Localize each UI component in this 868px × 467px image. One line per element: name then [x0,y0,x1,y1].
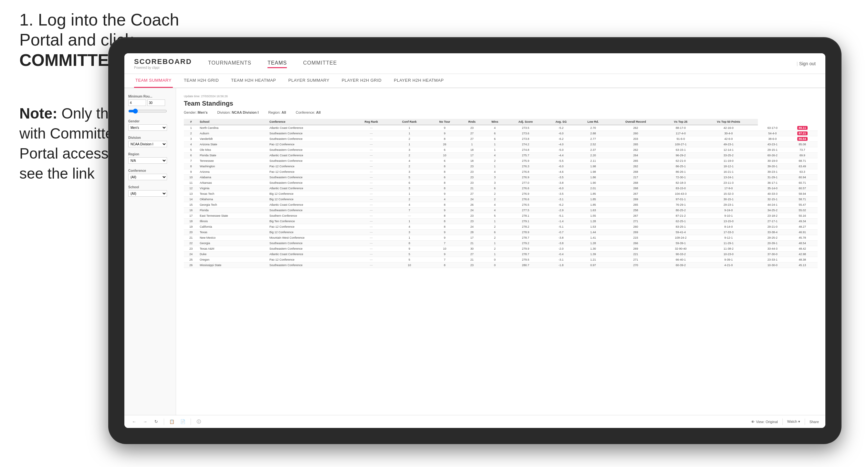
table-row[interactable]: 15Georgia TechAtlantic Coast Conference—… [184,202,817,208]
cell-6: 23 [460,175,484,180]
table-row[interactable]: 9ArizonaPac-12 Conference—38234276.8-4.6… [184,169,817,175]
cell-2: Pac-12 Conference [268,224,353,229]
cell-9: -3.5 [545,191,577,197]
cell-3: — [353,136,390,142]
sub-nav-player-h2h-heatmap[interactable]: PLAYER H2H HEATMAP [393,74,445,88]
cell-12: 82-18-3 [662,180,700,186]
cell-7: 1 [484,147,506,153]
cell-2: Southeastern Conference [268,136,353,142]
sign-out-link[interactable]: Sign out [797,61,816,66]
view-original-btn[interactable]: 👁 View: Original [751,420,778,424]
cell-3: — [353,213,390,219]
cell-13: 10-23-0 [700,252,758,257]
table-row[interactable]: 14OklahomaBig 12 Conference—24242276.6-3… [184,197,817,202]
cell-8: 276.9 [506,175,545,180]
min-rounds-input1[interactable] [128,99,146,106]
table-row[interactable]: 17East Tennessee StateSouthern Conferenc… [184,213,817,219]
conference-select[interactable]: (All) [128,174,167,180]
cell-6: 18 [460,147,484,153]
min-rounds-slider[interactable] [128,108,167,114]
school-select[interactable]: (All) [128,190,167,197]
table-row[interactable]: 7TennesseeSoutheastern Conference—461822… [184,158,817,164]
cell-8: 275.7 [506,153,545,158]
cell-11: 267 [609,191,662,197]
cell-4: 7 [390,208,429,213]
cell-11: 267 [609,213,662,219]
table-row[interactable]: 18IllinoisBig Ten Conference—18231279.1-… [184,219,817,224]
cell-15: 85.08 [787,142,817,147]
table-row[interactable]: 1North CarolinaAtlantic Coast Conference… [184,125,817,131]
col-vs-top25: Vs Top 25 [662,119,700,125]
sub-nav-team-h2h-heatmap[interactable]: TEAM H2H HEATMAP [230,74,277,88]
table-row[interactable]: 10AlabamaSoutheastern Conference—5623327… [184,175,817,180]
table-row[interactable]: 4Arizona StatePac-12 Conference—12611274… [184,142,817,147]
table-row[interactable]: 5Ole MissSoutheastern Conference—3618127… [184,147,817,153]
cell-15: 46.91 [787,229,817,235]
table-row[interactable]: 20TexasBig 12 Conference—39286278.9-0.71… [184,229,817,235]
division-select[interactable]: NCAA Division I NCAA Division II [128,141,167,147]
table-row[interactable]: 22GeorgiaSoutheastern Conference—8721127… [184,241,817,246]
cell-12: 104-43-3 [662,191,700,197]
cell-7: 2 [484,246,506,252]
sub-nav-player-summary[interactable]: PLAYER SUMMARY [287,74,331,88]
watch-btn[interactable]: Watch ▾ [787,419,800,424]
toolbar-back-icon[interactable]: ← [131,418,137,425]
toolbar-forward-icon[interactable]: → [142,418,148,425]
cell-7: 4 [484,169,506,175]
cell-11: 269 [609,229,662,235]
table-row[interactable]: 24DukeAtlantic Coast Conference—59271278… [184,252,817,257]
main-content: Minimum Rou... Gender Men's Women's D [124,88,825,415]
min-rounds-input2[interactable] [147,99,165,106]
cell-5: 4 [429,197,460,202]
table-row[interactable]: 23Texas A&MSoutheastern Conference—91030… [184,246,817,252]
filter-conference: Conference: All [296,111,321,114]
cell-3: — [353,169,390,175]
sub-nav-team-h2h-grid[interactable]: TEAM H2H GRID [183,74,220,88]
table-row[interactable]: 21New MexicoMountain West Conference—191… [184,235,817,241]
gender-select[interactable]: Men's Women's [128,124,167,131]
cell-6: 28 [460,229,484,235]
table-row[interactable]: 19CaliforniaPac-12 Conference—48242278.2… [184,224,817,229]
sub-nav-player-h2h-grid[interactable]: PLAYER H2H GRID [340,74,383,88]
cell-8: 279.1 [506,219,545,224]
cell-11: 262 [609,164,662,169]
cell-6: 24 [460,197,484,202]
cell-14: 38-6-0 [758,136,787,142]
cell-15: 86.64 [787,136,817,142]
cell-8: 276.8 [506,169,545,175]
toolbar-copy-icon[interactable]: 📋 [168,418,175,425]
table-row[interactable]: 12VirginiaAtlantic Coast Conference—3821… [184,186,817,191]
cell-2: Pac-12 Conference [268,164,353,169]
table-row[interactable]: 8WashingtonPac-12 Conference—28231276.3-… [184,164,817,169]
cell-1: Florida State [198,153,268,158]
region-select[interactable]: N/A All [128,157,167,164]
cell-7: 0 [484,257,506,262]
toolbar-reload-icon[interactable]: ↻ [153,418,159,425]
toolbar-info-icon[interactable]: ⓘ [195,418,202,425]
cell-14: 32-15-1 [758,197,787,202]
cell-14: 63-17-0 [758,125,787,131]
share-btn[interactable]: Share [809,420,819,424]
table-row[interactable]: 13Texas TechBig 12 Conference—19272276.9… [184,191,817,197]
cell-15: 48.54 [787,241,817,246]
cell-9: -4.4 [545,153,577,158]
table-row[interactable]: 26Mississippi StateSoutheastern Conferen… [184,262,817,268]
table-row[interactable]: 2AuburnSoutheastern Conference—19276273.… [184,131,817,136]
table-row[interactable]: 25OregonPac-12 Conference—57210279.5-3.1… [184,257,817,262]
table-row[interactable]: 11ArkansasSoutheastern Conference—682332… [184,180,817,186]
sub-nav-team-summary[interactable]: TEAM SUMMARY [134,74,173,88]
cell-14: 33-38-4 [758,229,787,235]
cell-9: -5.1 [545,213,577,219]
nav-item-committee[interactable]: COMMITTEE [303,59,337,68]
table-row[interactable]: 6Florida StateAtlantic Coast Conference—… [184,153,817,158]
cell-13: 18-12-1 [700,164,758,169]
toolbar-paste-icon[interactable]: 📄 [180,418,186,425]
table-row[interactable]: 3VanderbiltSoutheastern Conference—28276… [184,136,817,142]
cell-1: Texas Tech [198,191,268,197]
cell-2: Big 12 Conference [268,191,353,197]
nav-item-teams[interactable]: TEAMS [268,59,287,68]
cell-13: 12-14-1 [700,147,758,153]
table-row[interactable]: 16FloridaSoutheastern Conference—7924427… [184,208,817,213]
cell-8: 277.0 [506,180,545,186]
nav-item-tournaments[interactable]: TOURNAMENTS [208,59,251,68]
